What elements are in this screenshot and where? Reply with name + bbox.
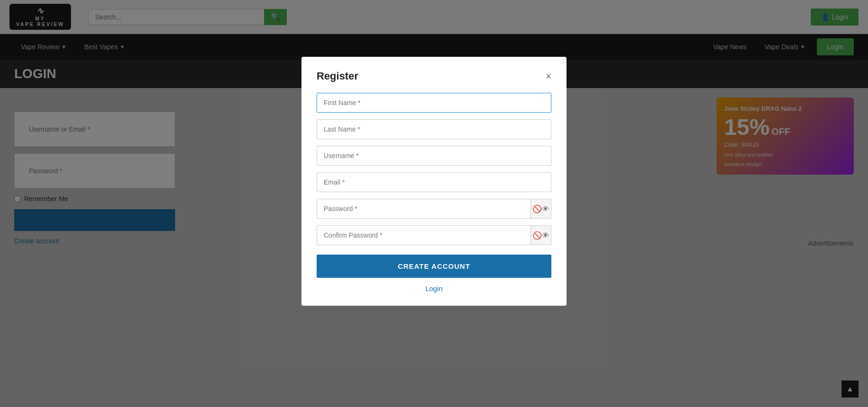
modal-login-link[interactable]: Login [317,284,551,292]
eye-slash-icon: 🚫👁 [532,231,549,240]
modal-overlay: Register × 🚫👁 🚫👁 CREATE ACCOUNT Login [0,0,868,407]
password-toggle-button[interactable]: 🚫👁 [531,199,551,219]
password-input[interactable] [317,199,551,219]
modal-header: Register × [317,70,551,82]
confirm-password-input[interactable] [317,225,551,245]
register-modal: Register × 🚫👁 🚫👁 CREATE ACCOUNT Login [301,57,567,306]
modal-close-button[interactable]: × [546,71,551,81]
last-name-input[interactable] [317,119,551,139]
password-row: 🚫👁 [317,199,551,219]
username-input[interactable] [317,146,551,166]
confirm-password-row: 🚫👁 [317,225,551,245]
modal-title: Register [317,70,358,82]
confirm-password-toggle-button[interactable]: 🚫👁 [531,225,551,245]
first-name-input[interactable] [317,93,551,113]
eye-slash-icon: 🚫👁 [532,204,549,213]
create-account-button[interactable]: CREATE ACCOUNT [317,255,551,278]
email-input[interactable] [317,172,551,192]
